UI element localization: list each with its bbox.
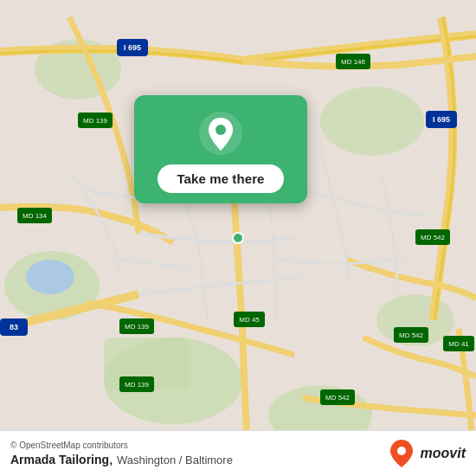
- svg-text:MD 139: MD 139: [125, 323, 150, 331]
- separator: ,: [109, 452, 117, 466]
- svg-point-35: [233, 233, 243, 243]
- svg-text:MD 146: MD 146: [341, 58, 366, 66]
- place-region: Washington / Baltimore: [117, 453, 233, 466]
- take-me-there-button[interactable]: Take me there: [158, 164, 283, 193]
- svg-text:MD 139: MD 139: [125, 381, 150, 389]
- svg-text:I 695: I 695: [124, 43, 141, 52]
- svg-text:MD 45: MD 45: [239, 316, 260, 324]
- svg-text:MD 134: MD 134: [23, 212, 48, 220]
- map-svg: I 695 MD 146 MD 139 MD 134 I 695 MD 542 …: [0, 0, 476, 476]
- bottom-bar: © OpenStreetMap contributors Armada Tail…: [0, 430, 476, 476]
- svg-text:MD 41: MD 41: [448, 340, 469, 348]
- place-info: Armada Tailoring, Washington / Baltimore: [10, 452, 233, 467]
- bottom-left: © OpenStreetMap contributors Armada Tail…: [10, 441, 233, 467]
- svg-text:MD 139: MD 139: [83, 117, 108, 125]
- svg-point-37: [215, 125, 226, 135]
- svg-text:MD 542: MD 542: [421, 234, 446, 241]
- osm-credit-text: © OpenStreetMap contributors: [10, 441, 128, 450]
- svg-point-8: [26, 260, 74, 294]
- location-pin-icon: [198, 111, 243, 156]
- osm-credit: © OpenStreetMap contributors: [10, 441, 233, 450]
- place-name: Armada Tailoring: [10, 453, 109, 466]
- svg-text:83: 83: [10, 323, 18, 331]
- moovit-icon: [386, 438, 417, 469]
- moovit-logo: moovit: [386, 438, 466, 469]
- moovit-text: moovit: [421, 446, 466, 461]
- map-container: I 695 MD 146 MD 139 MD 134 I 695 MD 542 …: [0, 0, 476, 476]
- svg-text:MD 542: MD 542: [399, 331, 424, 339]
- svg-point-6: [320, 87, 424, 156]
- marker-card[interactable]: Take me there: [134, 95, 307, 203]
- svg-point-38: [397, 447, 406, 455]
- svg-text:I 695: I 695: [433, 115, 450, 124]
- svg-text:MD 542: MD 542: [325, 394, 351, 402]
